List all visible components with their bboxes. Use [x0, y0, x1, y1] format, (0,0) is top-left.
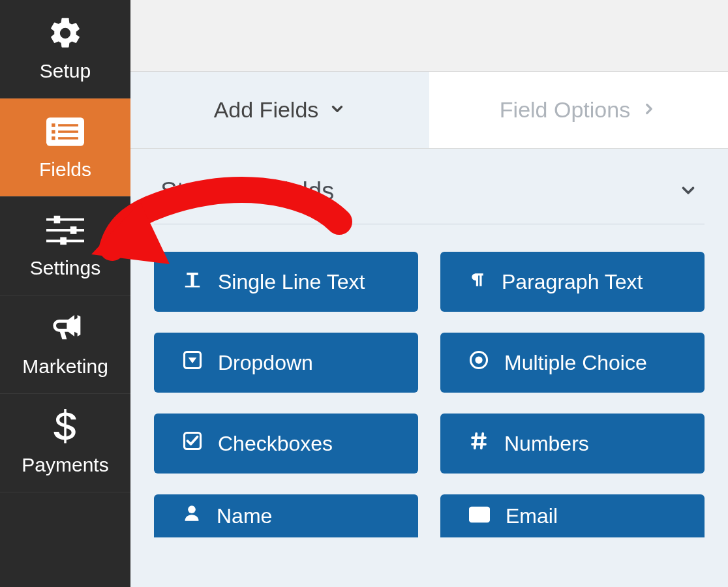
dropdown-icon — [183, 350, 202, 375]
field-button-dropdown[interactable]: Dropdown — [154, 333, 418, 393]
svg-rect-12 — [60, 237, 67, 245]
sidebar-item-payments[interactable]: Payments — [0, 394, 130, 492]
field-button-multiple-choice[interactable]: Multiple Choice — [440, 333, 705, 393]
sidebar-item-fields[interactable]: Fields — [0, 98, 130, 197]
svg-rect-7 — [46, 218, 84, 221]
svg-rect-10 — [70, 226, 77, 234]
svg-rect-8 — [54, 216, 61, 224]
sidebar-item-label: Setup — [40, 60, 91, 82]
field-label: Multiple Choice — [504, 351, 647, 375]
person-icon — [183, 504, 201, 528]
field-buttons-grid: Single Line Text Paragraph Text Dropdown — [154, 252, 705, 537]
svg-rect-2 — [58, 124, 78, 127]
sidebar-item-settings[interactable]: Settings — [0, 197, 130, 295]
field-button-name[interactable]: Name — [154, 494, 418, 537]
sidebar-item-label: Marketing — [22, 355, 108, 378]
field-button-checkboxes[interactable]: Checkboxes — [154, 414, 418, 474]
svg-point-17 — [475, 356, 482, 363]
field-label: Single Line Text — [218, 270, 365, 294]
pilcrow-icon — [469, 269, 486, 294]
chevron-down-icon — [678, 181, 698, 203]
svg-line-22 — [481, 434, 483, 449]
svg-rect-4 — [58, 130, 78, 133]
chevron-right-icon — [641, 97, 658, 123]
sidebar-item-label: Settings — [30, 257, 100, 279]
svg-line-21 — [475, 434, 477, 449]
svg-rect-3 — [52, 130, 55, 133]
checkbox-icon — [183, 431, 202, 456]
field-label: Email — [506, 504, 558, 528]
list-icon — [46, 113, 84, 151]
main-area: Add Fields Field Options Standard Fields — [130, 0, 728, 587]
tab-add-fields[interactable]: Add Fields — [130, 72, 429, 148]
tab-label: Field Options — [500, 97, 630, 123]
hash-icon — [469, 431, 489, 456]
sliders-icon — [46, 211, 84, 249]
gear-icon — [46, 14, 84, 52]
section-header-standard-fields[interactable]: Standard Fields — [154, 171, 705, 224]
field-button-numbers[interactable]: Numbers — [440, 414, 705, 474]
chevron-down-icon — [329, 97, 346, 123]
svg-rect-5 — [52, 136, 55, 140]
sidebar-item-label: Payments — [22, 454, 108, 476]
sidebar-item-label: Fields — [39, 158, 91, 181]
field-button-single-line-text[interactable]: Single Line Text — [154, 252, 418, 312]
svg-rect-9 — [46, 229, 84, 232]
tab-label: Add Fields — [214, 97, 319, 123]
tab-field-options[interactable]: Field Options — [429, 72, 728, 148]
tabs: Add Fields Field Options — [130, 72, 728, 149]
field-button-paragraph-text[interactable]: Paragraph Text — [440, 252, 705, 312]
fields-panel: Standard Fields Single Line Text Para — [130, 149, 728, 587]
field-button-email[interactable]: Email — [440, 494, 705, 537]
top-strip — [130, 0, 728, 72]
svg-rect-1 — [52, 123, 55, 127]
dollar-icon — [46, 408, 84, 446]
svg-marker-15 — [189, 357, 197, 363]
svg-point-23 — [188, 505, 196, 513]
text-cursor-icon — [183, 269, 202, 294]
field-label: Numbers — [504, 432, 589, 456]
field-label: Dropdown — [218, 351, 313, 375]
sidebar-item-marketing[interactable]: Marketing — [0, 295, 130, 394]
section-title: Standard Fields — [160, 177, 334, 205]
sidebar-item-setup[interactable]: Setup — [0, 0, 130, 98]
sidebar: Setup Fields Settings Marketing Payments — [0, 0, 130, 587]
bullhorn-icon — [46, 310, 84, 348]
svg-rect-6 — [58, 137, 78, 140]
field-label: Name — [217, 504, 272, 528]
svg-rect-13 — [185, 286, 200, 288]
field-label: Paragraph Text — [502, 270, 643, 294]
envelope-icon — [469, 504, 490, 528]
radio-icon — [469, 350, 489, 375]
field-label: Checkboxes — [218, 432, 333, 456]
